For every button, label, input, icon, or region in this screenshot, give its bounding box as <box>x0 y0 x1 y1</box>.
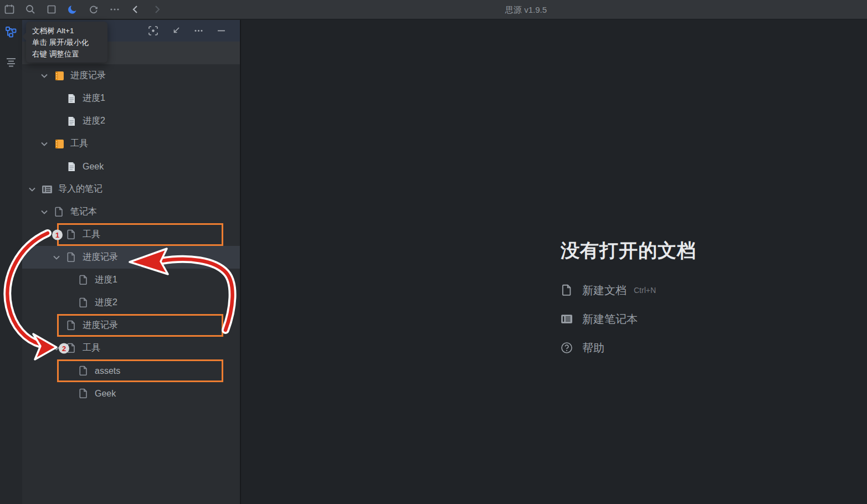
tree-item-label: 进度1 <box>83 92 105 104</box>
chevron-spacer <box>64 389 78 398</box>
empty-state-action-doc[interactable]: 新建文档Ctrl+N <box>561 276 849 305</box>
chevron-spacer <box>64 299 78 307</box>
tree-item-label: Geek <box>95 389 116 399</box>
dock-outline-icon[interactable] <box>0 50 22 74</box>
tree-item-label: 进度1 <box>95 274 117 286</box>
go-back-icon[interactable] <box>130 4 141 15</box>
tooltip-line: 文档树 Alt+1 <box>32 25 101 37</box>
file-outline-icon <box>78 388 95 399</box>
help-icon <box>561 342 573 354</box>
empty-state-title: 没有打开的文档 <box>561 238 849 263</box>
tree-item-label: 进度记录 <box>70 70 106 81</box>
tree-row[interactable]: 进度1 <box>22 269 240 291</box>
file-outline-icon <box>78 297 95 308</box>
chevron-spacer <box>52 94 66 103</box>
tree-row[interactable]: 进度记录 <box>22 246 240 269</box>
tree-row[interactable]: 进度记录 <box>22 314 240 337</box>
chevron-down-icon[interactable] <box>52 253 66 262</box>
empty-state-action-help[interactable]: 帮助 <box>561 333 849 362</box>
tree-row[interactable]: 工具1 <box>22 223 240 246</box>
file-outline-icon <box>78 275 95 286</box>
emoji-page-icon <box>66 93 83 104</box>
dock-doc-tree-icon[interactable] <box>0 20 22 44</box>
chevron-down-icon[interactable] <box>40 71 54 80</box>
tree-row[interactable]: 进度2 <box>22 291 240 314</box>
chevron-spacer <box>52 117 66 126</box>
doc-tree-panel: 进度记录进度1进度2工具Geek导入的笔记笔记本工具1进度记录进度1进度2进度记… <box>22 20 241 504</box>
doc-tree: 进度记录进度1进度2工具Geek导入的笔记笔记本工具1进度记录进度1进度2进度记… <box>22 42 240 405</box>
sync-icon[interactable] <box>88 4 99 15</box>
emoji-page-icon <box>66 161 83 172</box>
tree-item-label: 进度记录 <box>83 320 118 331</box>
chevron-spacer <box>52 162 66 171</box>
chevron-down-icon[interactable] <box>40 140 54 148</box>
chevron-down-icon[interactable] <box>40 208 54 217</box>
tree-row[interactable]: 笔记本 <box>22 200 240 223</box>
tree-item-label: assets <box>95 366 120 376</box>
siyuan-window: 思源 v1.9.5 <box>0 0 867 504</box>
tree-row[interactable]: 工具2 <box>22 337 240 359</box>
chevron-spacer <box>52 321 66 330</box>
tree-item-label: 导入的笔记 <box>58 183 102 195</box>
chevron-spacer <box>64 276 78 285</box>
annotation-step-badge: 1 <box>52 229 63 240</box>
collapse-icon[interactable] <box>171 26 181 36</box>
tooltip-line: 右键 调整位置 <box>32 48 101 60</box>
empty-state-actions: 新建文档Ctrl+N新建笔记本帮助 <box>561 276 849 362</box>
dock-rail <box>0 20 22 504</box>
empty-state: 没有打开的文档 新建文档Ctrl+N新建笔记本帮助 <box>561 238 849 362</box>
notebook-filled-icon <box>42 184 58 195</box>
tree-row[interactable]: Geek <box>22 155 240 178</box>
emoji-notebook-icon <box>54 138 70 150</box>
annotation-step-badge: 2 <box>59 343 69 353</box>
tree-item-label: 工具 <box>70 138 88 150</box>
doc-icon <box>561 284 573 296</box>
toolbar <box>0 4 162 15</box>
tree-item-label: 进度记录 <box>83 251 118 263</box>
tree-row[interactable]: 进度1 <box>22 87 240 110</box>
notebook-icon <box>561 313 573 325</box>
window-title: 思源 v1.9.5 <box>505 0 547 19</box>
file-outline-icon <box>54 207 70 218</box>
focus-icon[interactable] <box>148 26 158 36</box>
tree-row[interactable]: assets <box>22 359 240 382</box>
empty-state-action-notebook[interactable]: 新建笔记本 <box>561 305 849 333</box>
daily-note-calendar-icon[interactable] <box>4 4 15 15</box>
chevron-spacer <box>64 367 78 376</box>
file-outline-icon <box>66 229 83 240</box>
panel-more-icon[interactable] <box>193 26 203 36</box>
action-label: 帮助 <box>582 341 604 356</box>
tree-row[interactable]: 进度记录 <box>22 64 240 87</box>
tree-item-label: Geek <box>83 162 104 172</box>
dark-theme-moon-icon[interactable] <box>67 4 78 15</box>
editor-area: 没有打开的文档 新建文档Ctrl+N新建笔记本帮助 <box>242 20 867 504</box>
tree-row[interactable]: 导入的笔记 <box>22 178 240 200</box>
doc-tree-tooltip: 文档树 Alt+1 单击 展开/最小化 右键 调整位置 <box>26 22 107 63</box>
file-outline-icon <box>66 320 83 331</box>
title-bar: 思源 v1.9.5 <box>0 0 867 19</box>
action-label: 新建笔记本 <box>582 312 638 327</box>
tree-row[interactable]: Geek <box>22 382 240 405</box>
tree-item-label: 进度2 <box>83 115 105 127</box>
action-shortcut: Ctrl+N <box>634 286 656 295</box>
tree-item-label: 工具 <box>83 229 100 240</box>
minimize-panel-icon[interactable] <box>216 26 226 36</box>
search-icon[interactable] <box>25 4 36 15</box>
tree-row[interactable]: 工具 <box>22 132 240 155</box>
tree-item-label: 工具 <box>83 342 100 354</box>
file-outline-icon <box>78 366 95 377</box>
more-icon[interactable] <box>109 4 120 15</box>
file-outline-icon <box>66 252 83 263</box>
emoji-notebook-icon <box>54 70 70 81</box>
tree-item-label: 进度2 <box>95 297 117 308</box>
tree-row[interactable]: 进度2 <box>22 110 240 132</box>
go-forward-icon[interactable] <box>151 4 162 15</box>
chevron-down-icon[interactable] <box>28 185 42 194</box>
tooltip-line: 单击 展开/最小化 <box>32 37 101 48</box>
action-label: 新建文档 <box>582 283 627 298</box>
emoji-page-icon <box>66 116 83 127</box>
window-square-icon[interactable] <box>46 4 57 15</box>
tree-item-label: 笔记本 <box>70 206 97 218</box>
